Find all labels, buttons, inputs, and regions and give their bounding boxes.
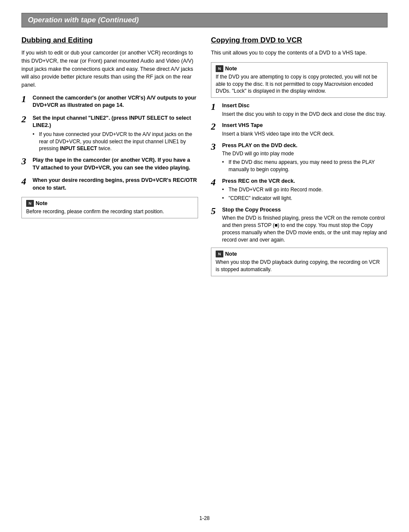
left-column: Dubbing and Editing If you wish to edit … — [21, 36, 198, 281]
right-step-5-content: Stop the Copy Process When the DVD is fi… — [222, 206, 388, 244]
right-step-3-bullet-text: If the DVD disc menu appears, you may ne… — [229, 159, 388, 173]
right-note2: N Note When you stop the DVD playback du… — [211, 248, 388, 276]
right-step-3: 3 Press PLAY on the DVD deck. The DVD wi… — [211, 142, 388, 173]
right-step-5-title: Stop the Copy Process — [222, 206, 388, 214]
right-intro: This unit allows you to copy the content… — [211, 49, 388, 57]
right-step-4-bullet-text-1: The DVD+VCR will go into Record mode. — [229, 186, 323, 193]
right-step-3-body: The DVD will go into play mode — [222, 150, 388, 157]
right-step-3-content: Press PLAY on the DVD deck. The DVD will… — [222, 142, 388, 173]
bullet-dot-r4a: • — [222, 186, 226, 193]
step-number-4: 4 — [21, 177, 30, 186]
right-step-number-1: 1 — [211, 102, 220, 112]
step-3-content: Play the tape in the camcorder (or anoth… — [33, 157, 198, 172]
right-column: Copying from DVD to VCR This unit allows… — [211, 36, 388, 281]
left-step-3: 3 Play the tape in the camcorder (or ano… — [21, 157, 198, 172]
right-step-number-2: 2 — [211, 122, 220, 131]
right-note2-text: When you stop the DVD playback during co… — [216, 259, 383, 273]
step-number-2: 2 — [21, 115, 30, 124]
left-step-1: 1 Connect the camcorder's (or another VC… — [21, 94, 198, 110]
right-step-2-body: Insert a blank VHS video tape into the V… — [222, 130, 388, 138]
step-2-content: Set the input channel "LINE2". (press IN… — [33, 115, 198, 152]
right-step-number-4: 4 — [211, 178, 220, 187]
bullet-dot-r4b: • — [222, 195, 226, 202]
bullet-dot-r3: • — [222, 159, 226, 173]
left-note-label: Note — [36, 200, 48, 206]
right-step-4-bullet-text-2: "CDREC" indicator will light. — [229, 195, 292, 202]
left-step-4: 4 When your desire recording begins, pre… — [21, 177, 198, 193]
left-step-2: 2 Set the input channel "LINE2". (press … — [21, 115, 198, 152]
right-note1-header: N Note — [216, 65, 383, 72]
header-bar: Operation with tape (Continued) — [21, 13, 388, 27]
right-step-1-body: Insert the disc you wish to copy in the … — [222, 111, 388, 118]
bullet-dot: • — [33, 131, 37, 152]
step-number-3: 3 — [21, 157, 30, 166]
step-2-bullet-1: • If you have connected your DVD+VCR to … — [33, 131, 198, 152]
left-section-title: Dubbing and Editing — [21, 36, 198, 45]
left-note-header: N Note — [26, 200, 193, 207]
step-3-title: Play the tape in the camcorder (or anoth… — [33, 157, 198, 172]
right-step-4: 4 Press REC on the VCR deck. • The DVD+V… — [211, 178, 388, 202]
step-2-title: Set the input channel "LINE2". (press IN… — [33, 115, 198, 130]
left-note-text: Before recording, please confirm the rec… — [26, 208, 193, 215]
right-note1-label: Note — [225, 66, 237, 72]
right-step-2-title: Insert VHS Tape — [222, 122, 388, 130]
right-step-5: 5 Stop the Copy Process When the DVD is … — [211, 206, 388, 244]
note-icon: N — [26, 200, 34, 207]
step-4-content: When your desire recording begins, press… — [33, 177, 198, 193]
right-step-3-bullet: • If the DVD disc menu appears, you may … — [222, 159, 388, 173]
right-note2-label: Note — [225, 251, 237, 257]
right-note1-text: If the DVD you are attempting to copy is… — [216, 73, 383, 95]
step-2-bullet-text: If you have connected your DVD+VCR to th… — [39, 131, 198, 152]
right-step-2: 2 Insert VHS Tape Insert a blank VHS vid… — [211, 122, 388, 137]
right-step-3-title: Press PLAY on the DVD deck. — [222, 142, 388, 150]
content-columns: Dubbing and Editing If you wish to edit … — [21, 36, 388, 281]
step-1-content: Connect the camcorder's (or another VCR'… — [33, 94, 198, 110]
right-step-1-title: Insert Disc — [222, 102, 388, 110]
right-step-4-content: Press REC on the VCR deck. • The DVD+VCR… — [222, 178, 388, 202]
right-step-4-bullet-2: • "CDREC" indicator will light. — [222, 195, 388, 202]
note-icon-2: N — [216, 65, 223, 72]
step-4-title: When your desire recording begins, press… — [33, 177, 198, 192]
right-step-number-3: 3 — [211, 142, 220, 151]
header-title: Operation with tape (Continued) — [28, 16, 139, 24]
note-icon-3: N — [216, 251, 223, 257]
right-step-4-title: Press REC on the VCR deck. — [222, 178, 388, 185]
page-number: 1-28 — [0, 515, 409, 521]
left-note: N Note Before recording, please confirm … — [21, 197, 198, 218]
right-section-title: Copying from DVD to VCR — [211, 36, 388, 45]
right-step-1: 1 Insert Disc Insert the disc you wish t… — [211, 102, 388, 118]
right-step-1-content: Insert Disc Insert the disc you wish to … — [222, 102, 388, 118]
right-step-4-bullet-1: • The DVD+VCR will go into Record mode. — [222, 186, 388, 193]
right-note2-header: N Note — [216, 251, 383, 257]
right-step-5-body: When the DVD is finished playing, press … — [222, 215, 388, 243]
left-intro: If you wish to edit or dub your camcorde… — [21, 49, 198, 89]
right-note1: N Note If the DVD you are attempting to … — [211, 62, 388, 98]
step-1-title: Connect the camcorder's (or another VCR'… — [33, 94, 198, 109]
page: Operation with tape (Continued) Dubbing … — [0, 0, 409, 532]
right-step-number-5: 5 — [211, 206, 220, 216]
step-number-1: 1 — [21, 94, 30, 104]
right-step-2-content: Insert VHS Tape Insert a blank VHS video… — [222, 122, 388, 137]
